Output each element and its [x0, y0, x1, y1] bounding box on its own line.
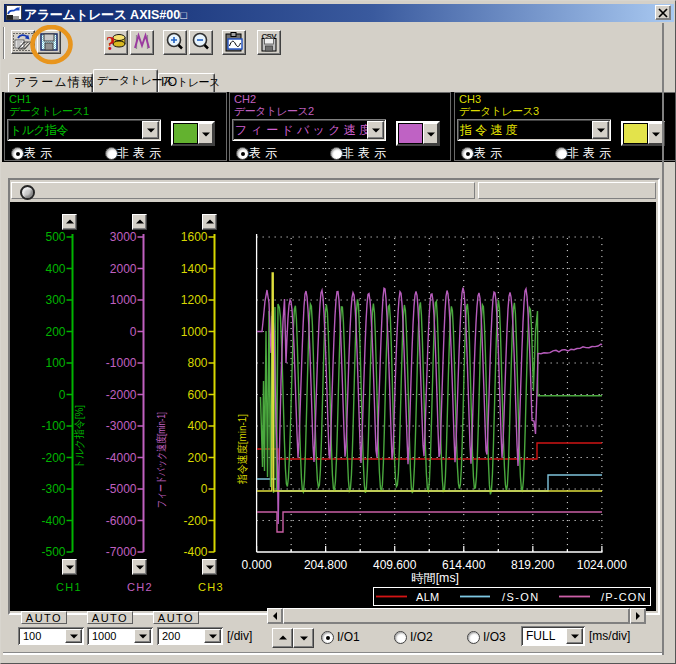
svg-text:時間[ms]: 時間[ms] — [411, 571, 459, 585]
svg-text:-4000: -4000 — [106, 451, 137, 465]
svg-text:-200: -200 — [183, 514, 207, 528]
svg-text:614.400: 614.400 — [442, 558, 486, 572]
svg-text:819.200: 819.200 — [511, 558, 555, 572]
svg-text:1000: 1000 — [110, 293, 137, 307]
svg-text:/S-ON: /S-ON — [502, 591, 540, 603]
svg-text:600: 600 — [187, 388, 207, 402]
svg-text:204.800: 204.800 — [304, 558, 348, 572]
svg-text:400: 400 — [45, 262, 65, 276]
svg-text:-400: -400 — [41, 514, 65, 528]
svg-text:ALM: ALM — [416, 591, 440, 603]
svg-text:1000: 1000 — [181, 325, 208, 339]
svg-text:-500: -500 — [41, 545, 65, 559]
svg-text:-2000: -2000 — [106, 388, 137, 402]
svg-text:200: 200 — [45, 325, 65, 339]
svg-text:指令速度[min-1]: 指令速度[min-1] — [236, 414, 248, 485]
svg-text:-5000: -5000 — [106, 482, 137, 496]
svg-text:100: 100 — [45, 356, 65, 370]
svg-text:0.000: 0.000 — [242, 558, 272, 572]
svg-text:-300: -300 — [41, 482, 65, 496]
svg-text:-100: -100 — [41, 419, 65, 433]
svg-text:400: 400 — [187, 419, 207, 433]
svg-text:0: 0 — [59, 388, 66, 402]
svg-text:409.600: 409.600 — [373, 558, 417, 572]
svg-text:0: 0 — [130, 325, 137, 339]
svg-text:1400: 1400 — [181, 262, 208, 276]
svg-text:0: 0 — [201, 482, 208, 496]
svg-text:-200: -200 — [41, 451, 65, 465]
svg-text:/P-CON: /P-CON — [601, 591, 647, 603]
svg-text:-3000: -3000 — [106, 419, 137, 433]
svg-text:3000: 3000 — [110, 230, 137, 244]
svg-text:200: 200 — [187, 451, 207, 465]
svg-text:300: 300 — [45, 293, 65, 307]
svg-text:800: 800 — [187, 356, 207, 370]
svg-text:1024.000: 1024.000 — [577, 558, 627, 572]
svg-text:-1000: -1000 — [106, 356, 137, 370]
svg-text:-400: -400 — [183, 545, 207, 559]
svg-text:トルク指令[%]: トルク指令[%] — [73, 405, 85, 469]
svg-text:500: 500 — [45, 230, 65, 244]
svg-text:1600: 1600 — [181, 230, 208, 244]
svg-text:フィードバック速度[min-1]: フィードバック速度[min-1] — [155, 412, 167, 508]
svg-text:1200: 1200 — [181, 293, 208, 307]
svg-text:-7000: -7000 — [106, 545, 137, 559]
svg-text:-6000: -6000 — [106, 514, 137, 528]
svg-text:2000: 2000 — [110, 262, 137, 276]
